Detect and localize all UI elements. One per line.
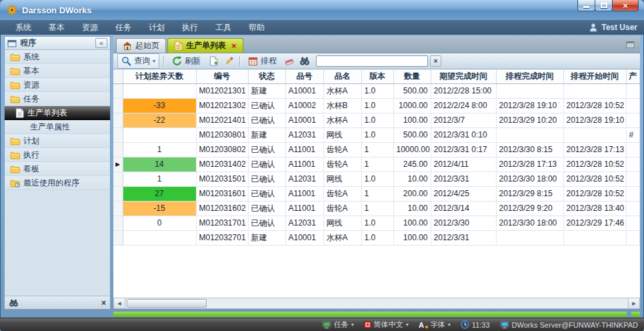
cell-qty[interactable]: 1000.00 [393, 98, 431, 113]
cell-qty[interactable]: 200.00 [393, 186, 431, 201]
horizontal-scrollbar[interactable]: ◀ ▶ [113, 298, 640, 309]
cell-order_no[interactable]: M012031501 [196, 172, 248, 186]
cell-status[interactable]: 已确认 [248, 142, 285, 157]
cell-sched_start[interactable]: 2012/3/28 10:52 [563, 172, 626, 186]
menu-item-resource[interactable]: 资源 [73, 20, 107, 35]
cell-sched_finish[interactable]: 2012/3/29 10:20 [496, 113, 563, 127]
scroll-right-button[interactable]: ▶ [628, 298, 639, 308]
cell-sched_finish[interactable]: 2012/3/30 18:00 [496, 172, 563, 186]
tab-start-page[interactable]: 起始页 [116, 38, 166, 53]
column-header-sched_start[interactable]: 排程开始时间 [563, 69, 626, 83]
cell-version[interactable]: 1.0 [361, 113, 393, 127]
table-row[interactable]: -22M012021401已确认A10001水杯A1.0100.002012/3… [113, 113, 640, 127]
cell-diff_days[interactable]: 1 [123, 142, 196, 157]
cell-item_name[interactable]: 齿轮A [323, 157, 361, 172]
status-language-selector[interactable]: 简体中文 ▾ [364, 320, 409, 330]
maximize-button[interactable] [595, 0, 613, 11]
cell-diff_days[interactable]: -33 [123, 98, 196, 113]
sidebar-item-task[interactable]: 任务 [5, 92, 110, 106]
column-header-diff_days[interactable]: 计划差异天数 [123, 69, 196, 83]
minimize-button[interactable] [577, 0, 595, 11]
cell-item_name[interactable]: 水杯A [323, 230, 361, 245]
cell-item_no[interactable]: A12031 [285, 216, 323, 230]
cell-sched_start[interactable]: 2012/3/28 19:10 [563, 113, 626, 127]
cell-diff_days[interactable]: 0 [123, 216, 196, 230]
table-row[interactable]: -15M012031602已确认A11001齿轮A110.002012/3/14… [113, 201, 640, 216]
edit-order-button[interactable] [222, 55, 235, 68]
cell-item_no[interactable]: A11001 [285, 201, 323, 216]
cell-status[interactable]: 新建 [248, 230, 285, 245]
cell-sched_finish[interactable]: 2012/3/29 8:15 [496, 186, 563, 201]
tab-production-order-list[interactable]: 生产单列表 × [167, 38, 243, 53]
titlebar[interactable]: Darsson DWorks × [0, 0, 644, 20]
column-header-next_col[interactable]: 产 [626, 69, 640, 83]
cell-sched_finish[interactable] [496, 230, 563, 245]
cell-status[interactable]: 已确认 [248, 186, 285, 201]
cell-sched_start[interactable] [563, 230, 626, 245]
sidebar-item-basic[interactable]: 基本 [5, 64, 110, 78]
cell-qty[interactable]: 100.00 [393, 113, 431, 127]
cell-expected_finish[interactable]: 2012/2/24 8:00 [431, 98, 496, 113]
column-header-order_no[interactable]: 编号 [196, 69, 248, 83]
cell-sched_start[interactable] [563, 83, 626, 98]
binoculars-icon[interactable] [9, 299, 19, 307]
cell-order_no[interactable]: M012031402 [196, 157, 248, 172]
clear-search-button[interactable]: × [430, 55, 441, 67]
table-row[interactable]: M012021301新建A10001水杯A1.0500.002012/2/28 … [113, 83, 640, 98]
cell-order_no[interactable]: M012030802 [196, 142, 248, 157]
cell-qty[interactable]: 100.00 [393, 216, 431, 230]
cell-status[interactable]: 已确认 [248, 113, 285, 127]
cell-expected_finish[interactable]: 2012/3/30 [431, 216, 496, 230]
sidebar-item-execute[interactable]: 执行 [5, 148, 110, 162]
refresh-button[interactable]: 刷新 [168, 53, 205, 69]
cell-next_col[interactable] [626, 230, 640, 245]
table-row[interactable]: M012030801新建A12031网线1.0500.002012/3/31 0… [113, 127, 640, 142]
collapse-sidebar-button[interactable]: « [95, 38, 107, 48]
table-row[interactable]: -33M012021302已确认A10002水杯B1.01000.002012/… [113, 98, 640, 113]
cell-item_name[interactable]: 水杯A [323, 113, 361, 127]
cell-version[interactable]: 1.0 [361, 172, 393, 186]
cell-item_name[interactable]: 网线 [323, 216, 361, 230]
user-info[interactable]: Test User [589, 23, 637, 32]
cell-version[interactable]: 1.0 [361, 127, 393, 142]
cell-sched_finish[interactable]: 2012/3/28 17:13 [496, 157, 563, 172]
cell-order_no[interactable]: M012031602 [196, 201, 248, 216]
sidebar-item-production-order-properties[interactable]: 生产单属性 [5, 120, 110, 134]
cell-status[interactable]: 已确认 [248, 172, 285, 186]
cell-sched_start[interactable]: 2012/3/28 10:52 [563, 157, 626, 172]
table-row[interactable]: 27M012031601已确认A11001齿轮A1200.002012/4/25… [113, 186, 640, 201]
cell-diff_days[interactable]: -22 [123, 113, 196, 127]
cell-item_no[interactable]: A10001 [285, 113, 323, 127]
cell-sched_finish[interactable] [496, 127, 563, 142]
column-header-item_name[interactable]: 品名 [323, 69, 361, 83]
cell-sched_finish[interactable]: 2012/3/28 19:10 [496, 98, 563, 113]
cell-qty[interactable]: 100.00 [393, 230, 431, 245]
cell-item_no[interactable]: A11001 [285, 142, 323, 157]
clear-filter-icon[interactable]: × [101, 299, 106, 307]
menu-item-system[interactable]: 系统 [7, 20, 40, 35]
cell-next_col[interactable] [626, 98, 640, 113]
cell-qty[interactable]: 500.00 [393, 127, 431, 142]
cell-next_col[interactable]: # [626, 127, 640, 142]
cell-diff_days[interactable]: 14 [123, 157, 196, 172]
cell-qty[interactable]: 500.00 [393, 83, 431, 98]
new-order-button[interactable] [207, 55, 220, 68]
cell-expected_finish[interactable]: 2012/3/31 0:17 [431, 142, 496, 157]
cell-expected_finish[interactable]: 2012/4/11 [431, 157, 496, 172]
column-header-qty[interactable]: 数量 [393, 69, 431, 83]
cell-sched_start[interactable]: 2012/3/28 17:13 [563, 142, 626, 157]
cell-diff_days[interactable]: 27 [123, 186, 196, 201]
status-task-selector[interactable]: 任务 ▾ [322, 320, 354, 330]
cell-qty[interactable]: 245.00 [393, 157, 431, 172]
menu-item-tools[interactable]: 工具 [207, 20, 240, 35]
cell-item_name[interactable]: 网线 [323, 172, 361, 186]
cell-version[interactable]: 1 [361, 157, 393, 172]
column-header-sched_finish[interactable]: 排程完成时间 [496, 69, 563, 83]
menu-item-help[interactable]: 帮助 [240, 20, 273, 35]
table-row[interactable]: M012032701新建A10001水杯A1.0100.002012/3/31 [113, 230, 640, 245]
cell-qty[interactable]: 10.00 [393, 201, 431, 216]
cell-next_col[interactable] [626, 201, 640, 216]
sidebar-item-production-order-list[interactable]: 生产单列表 [5, 106, 110, 120]
cell-version[interactable]: 1 [361, 186, 393, 201]
cell-status[interactable]: 新建 [248, 127, 285, 142]
